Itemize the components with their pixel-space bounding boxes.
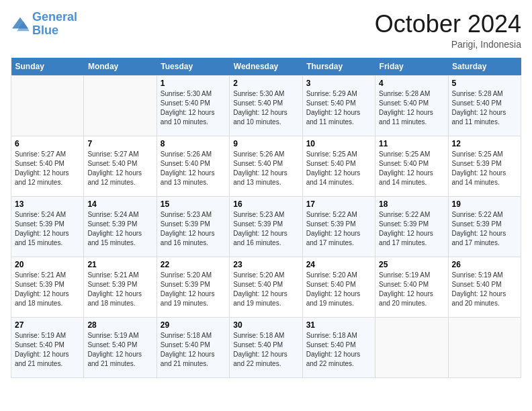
day-info: Sunrise: 5:19 AMSunset: 5:40 PMDaylight:…	[87, 331, 152, 369]
calendar-day-cell	[84, 75, 157, 136]
day-number: 30	[233, 320, 298, 330]
calendar-day-cell: 20Sunrise: 5:21 AMSunset: 5:39 PMDayligh…	[11, 257, 84, 317]
calendar-day-cell: 23Sunrise: 5:20 AMSunset: 5:40 PMDayligh…	[230, 257, 302, 317]
day-info: Sunrise: 5:30 AMSunset: 5:40 PMDaylight:…	[233, 89, 298, 127]
day-number: 26	[452, 260, 517, 269]
day-number: 11	[379, 139, 444, 148]
day-number: 9	[233, 139, 298, 148]
day-info: Sunrise: 5:18 AMSunset: 5:40 PMDaylight:…	[306, 331, 371, 369]
calendar-day-cell: 4Sunrise: 5:28 AMSunset: 5:40 PMDaylight…	[375, 75, 448, 136]
day-number: 5	[452, 79, 517, 88]
day-info: Sunrise: 5:20 AMSunset: 5:40 PMDaylight:…	[233, 271, 298, 308]
month-title: October 2024	[375, 11, 521, 38]
logo-icon	[11, 16, 30, 32]
day-number: 24	[306, 260, 371, 269]
day-number: 20	[15, 260, 80, 269]
calendar-day-cell: 1Sunrise: 5:30 AMSunset: 5:40 PMDaylight…	[157, 75, 229, 136]
day-info: Sunrise: 5:22 AMSunset: 5:39 PMDaylight:…	[306, 210, 371, 248]
calendar-day-cell: 13Sunrise: 5:24 AMSunset: 5:39 PMDayligh…	[11, 196, 84, 257]
day-info: Sunrise: 5:18 AMSunset: 5:40 PMDaylight:…	[161, 331, 226, 369]
day-number: 17	[306, 199, 371, 209]
day-info: Sunrise: 5:19 AMSunset: 5:40 PMDaylight:…	[379, 271, 444, 308]
calendar-day-cell: 21Sunrise: 5:21 AMSunset: 5:39 PMDayligh…	[84, 257, 157, 317]
calendar-day-cell	[448, 317, 521, 377]
calendar-day-cell: 15Sunrise: 5:23 AMSunset: 5:39 PMDayligh…	[157, 196, 229, 257]
calendar-day-cell: 7Sunrise: 5:27 AMSunset: 5:40 PMDaylight…	[84, 136, 157, 196]
day-number: 7	[87, 139, 152, 148]
calendar-day-cell: 31Sunrise: 5:18 AMSunset: 5:40 PMDayligh…	[302, 317, 375, 377]
calendar-week-row: 1Sunrise: 5:30 AMSunset: 5:40 PMDaylight…	[11, 75, 521, 136]
calendar-day-cell: 9Sunrise: 5:26 AMSunset: 5:40 PMDaylight…	[230, 136, 302, 196]
calendar-day-cell: 5Sunrise: 5:28 AMSunset: 5:40 PMDaylight…	[448, 75, 521, 136]
calendar-day-cell: 8Sunrise: 5:26 AMSunset: 5:40 PMDaylight…	[157, 136, 229, 196]
calendar-week-row: 20Sunrise: 5:21 AMSunset: 5:39 PMDayligh…	[11, 257, 521, 317]
calendar-day-cell: 29Sunrise: 5:18 AMSunset: 5:40 PMDayligh…	[157, 317, 229, 377]
day-info: Sunrise: 5:26 AMSunset: 5:40 PMDaylight:…	[161, 150, 226, 187]
calendar-table: SundayMondayTuesdayWednesdayThursdayFrid…	[11, 58, 521, 378]
day-info: Sunrise: 5:19 AMSunset: 5:40 PMDaylight:…	[452, 271, 517, 308]
day-number: 14	[87, 199, 152, 209]
day-info: Sunrise: 5:18 AMSunset: 5:40 PMDaylight:…	[233, 331, 298, 369]
calendar-day-cell: 6Sunrise: 5:27 AMSunset: 5:40 PMDaylight…	[11, 136, 84, 196]
day-info: Sunrise: 5:23 AMSunset: 5:39 PMDaylight:…	[161, 210, 226, 248]
weekday-header: Friday	[375, 58, 448, 76]
day-number: 1	[161, 79, 226, 88]
day-info: Sunrise: 5:24 AMSunset: 5:39 PMDaylight:…	[15, 210, 80, 248]
location: Parigi, Indonesia	[375, 39, 521, 50]
calendar-day-cell: 11Sunrise: 5:25 AMSunset: 5:40 PMDayligh…	[375, 136, 448, 196]
weekday-header: Sunday	[11, 58, 84, 76]
day-number: 29	[161, 320, 226, 330]
day-number: 13	[15, 199, 80, 209]
calendar-week-row: 6Sunrise: 5:27 AMSunset: 5:40 PMDaylight…	[11, 136, 521, 196]
day-number: 4	[379, 79, 444, 88]
day-number: 19	[452, 199, 517, 209]
day-info: Sunrise: 5:21 AMSunset: 5:39 PMDaylight:…	[15, 271, 80, 308]
logo-text: General	[32, 11, 77, 24]
day-number: 18	[379, 199, 444, 209]
day-info: Sunrise: 5:21 AMSunset: 5:39 PMDaylight:…	[87, 271, 152, 308]
calendar-day-cell	[11, 75, 84, 136]
calendar-week-row: 27Sunrise: 5:19 AMSunset: 5:40 PMDayligh…	[11, 317, 521, 377]
calendar-day-cell: 18Sunrise: 5:22 AMSunset: 5:39 PMDayligh…	[375, 196, 448, 257]
day-info: Sunrise: 5:27 AMSunset: 5:40 PMDaylight:…	[87, 150, 152, 187]
calendar-day-cell: 3Sunrise: 5:29 AMSunset: 5:40 PMDaylight…	[302, 75, 375, 136]
day-number: 31	[306, 320, 371, 330]
day-number: 22	[161, 260, 226, 269]
calendar-day-cell: 28Sunrise: 5:19 AMSunset: 5:40 PMDayligh…	[84, 317, 157, 377]
weekday-header: Wednesday	[230, 58, 302, 76]
calendar-day-cell	[375, 317, 448, 377]
title-block: October 2024 Parigi, Indonesia	[375, 11, 521, 50]
day-number: 25	[379, 260, 444, 269]
logo: General Blue	[11, 11, 77, 38]
calendar-day-cell: 14Sunrise: 5:24 AMSunset: 5:39 PMDayligh…	[84, 196, 157, 257]
day-number: 3	[306, 79, 371, 88]
calendar-day-cell: 19Sunrise: 5:22 AMSunset: 5:39 PMDayligh…	[448, 196, 521, 257]
day-number: 21	[87, 260, 152, 269]
weekday-header: Thursday	[302, 58, 375, 76]
calendar-day-cell: 17Sunrise: 5:22 AMSunset: 5:39 PMDayligh…	[302, 196, 375, 257]
calendar-day-cell: 25Sunrise: 5:19 AMSunset: 5:40 PMDayligh…	[375, 257, 448, 317]
calendar-day-cell: 10Sunrise: 5:25 AMSunset: 5:40 PMDayligh…	[302, 136, 375, 196]
day-info: Sunrise: 5:28 AMSunset: 5:40 PMDaylight:…	[379, 89, 444, 127]
calendar-day-cell: 22Sunrise: 5:20 AMSunset: 5:39 PMDayligh…	[157, 257, 229, 317]
weekday-header: Monday	[84, 58, 157, 76]
day-number: 8	[161, 139, 226, 148]
day-number: 10	[306, 139, 371, 148]
day-number: 28	[87, 320, 152, 330]
day-number: 27	[15, 320, 80, 330]
day-info: Sunrise: 5:25 AMSunset: 5:39 PMDaylight:…	[452, 150, 517, 187]
weekday-header-row: SundayMondayTuesdayWednesdayThursdayFrid…	[11, 58, 521, 76]
day-number: 6	[15, 139, 80, 148]
calendar-day-cell: 24Sunrise: 5:20 AMSunset: 5:40 PMDayligh…	[302, 257, 375, 317]
day-number: 12	[452, 139, 517, 148]
day-info: Sunrise: 5:20 AMSunset: 5:39 PMDaylight:…	[161, 271, 226, 308]
calendar-day-cell: 2Sunrise: 5:30 AMSunset: 5:40 PMDaylight…	[230, 75, 302, 136]
day-info: Sunrise: 5:28 AMSunset: 5:40 PMDaylight:…	[452, 89, 517, 127]
weekday-header: Tuesday	[157, 58, 229, 76]
day-info: Sunrise: 5:30 AMSunset: 5:40 PMDaylight:…	[161, 89, 226, 127]
logo-text2: Blue	[32, 24, 77, 38]
day-number: 16	[233, 199, 298, 209]
day-info: Sunrise: 5:19 AMSunset: 5:40 PMDaylight:…	[15, 331, 80, 369]
page-header: General Blue October 2024 Parigi, Indone…	[11, 11, 521, 50]
day-number: 15	[161, 199, 226, 209]
